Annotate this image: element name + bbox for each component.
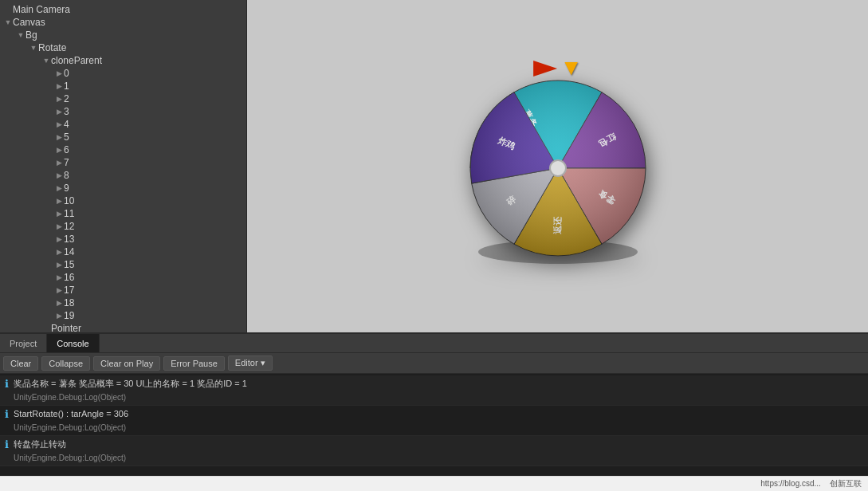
hierarchy-item-label: 12 (64, 221, 74, 232)
hierarchy-item-label: 19 (64, 310, 74, 321)
tree-arrow-icon: ▶ (54, 210, 64, 218)
hierarchy-item-label: 14 (64, 246, 74, 257)
tree-arrow-icon: ▶ (54, 299, 64, 307)
hierarchy-item-item-13[interactable]: ▶13 (0, 233, 246, 246)
tree-arrow-icon: ▶ (54, 120, 64, 128)
tab-project[interactable]: Project (0, 334, 47, 352)
collapse-button[interactable]: Collapse (41, 356, 90, 371)
info-icon: ℹ (5, 378, 9, 390)
tree-arrow-icon: ▶ (54, 108, 64, 116)
info-icon: ℹ (5, 438, 9, 450)
tree-arrow-icon: ▶ (54, 235, 64, 243)
hierarchy-item-item-5[interactable]: ▶5 (0, 131, 246, 143)
hierarchy-item-label: Bg (26, 29, 37, 41)
hierarchy-item-label: 9 (64, 183, 69, 194)
hierarchy-item-label: 15 (64, 259, 74, 270)
main-area: Main Camera▼Canvas▼Bg▼Rotate▼cloneParent… (0, 0, 868, 332)
hierarchy-list: Main Camera▼Canvas▼Bg▼Rotate▼cloneParent… (0, 3, 246, 332)
clear-on-play-button[interactable]: Clear on Play (93, 356, 160, 371)
hierarchy-item-cloneparent[interactable]: ▼cloneParent (0, 54, 246, 67)
tree-arrow-icon: ▼ (3, 18, 13, 26)
hierarchy-item-label: Rotate (38, 42, 66, 53)
hierarchy-item-canvas[interactable]: ▼Canvas (0, 16, 246, 29)
hierarchy-item-label: 2 (64, 93, 69, 104)
hierarchy-item-item-9[interactable]: ▶9 (0, 182, 246, 194)
tree-arrow-icon: ▶ (54, 312, 64, 320)
tree-arrow-icon: ▶ (54, 95, 64, 103)
hierarchy-item-label: 13 (64, 234, 74, 245)
hierarchy-item-item-17[interactable]: ▶17 (0, 284, 246, 297)
hierarchy-item-item-12[interactable]: ▶12 (0, 220, 246, 233)
editor-button[interactable]: Editor ▾ (228, 355, 273, 371)
console-text: 奖品名称 = 薯条 奖品概率 = 30 UI上的名称 = 1 奖品的ID = 1… (14, 377, 247, 403)
hierarchy-item-item-18[interactable]: ▶18 (0, 297, 246, 309)
hierarchy-item-item-7[interactable]: ▶7 (0, 156, 246, 169)
hierarchy-item-rotate[interactable]: ▼Rotate (0, 41, 246, 54)
hierarchy-item-label: 3 (64, 106, 69, 117)
bottom-tabs: Project Console (0, 334, 868, 353)
tree-arrow-icon: ▶ (54, 184, 64, 192)
hierarchy-item-item-11[interactable]: ▶11 (0, 207, 246, 220)
hierarchy-item-item-4[interactable]: ▶4 (0, 118, 246, 131)
console-line[interactable]: ℹ奖品名称 = 薯条 奖品概率 = 30 UI上的名称 = 1 奖品的ID = … (0, 375, 868, 406)
hierarchy-item-label: 6 (64, 144, 69, 155)
hierarchy-item-item-1[interactable]: ▶1 (0, 80, 246, 92)
hierarchy-item-label: Pointer (51, 323, 81, 332)
tree-arrow-icon: ▶ (54, 261, 64, 269)
hierarchy-item-label: cloneParent (51, 55, 102, 66)
hierarchy-item-item-15[interactable]: ▶15 (0, 258, 246, 271)
console-line[interactable]: ℹStartRotate() : tarAngle = 306UnityEngi… (0, 406, 868, 436)
hierarchy-item-label: 17 (64, 285, 74, 296)
tree-arrow-icon: ▶ (54, 286, 64, 294)
console-text: StartRotate() : tarAngle = 306UnityEngin… (14, 407, 128, 434)
tree-arrow-icon: ▶ (54, 82, 64, 90)
spinner-container: ▼ 薯条红包零食返还碎炸鸡 (452, 49, 663, 284)
tree-arrow-icon: ▶ (54, 69, 64, 77)
hierarchy-item-bg[interactable]: ▼Bg (0, 29, 246, 41)
tree-arrow-icon: ▼ (29, 44, 38, 52)
tree-arrow-icon: ▶ (54, 133, 64, 141)
tree-arrow-icon: ▼ (41, 57, 51, 65)
console-content: ℹ奖品名称 = 薯条 奖品概率 = 30 UI上的名称 = 1 奖品的ID = … (0, 374, 868, 476)
hierarchy-item-label: 5 (64, 132, 69, 143)
hierarchy-item-pointer[interactable]: Pointer (0, 322, 246, 332)
hierarchy-item-item-19[interactable]: ▶19 (0, 309, 246, 322)
right-area: ▼ 薯条红包零食返还碎炸鸡 (247, 0, 868, 332)
tree-arrow-icon: ▶ (54, 197, 64, 205)
hierarchy-item-label: 4 (64, 119, 69, 130)
hierarchy-item-item-14[interactable]: ▶14 (0, 246, 246, 258)
error-pause-button[interactable]: Error Pause (163, 356, 225, 371)
hierarchy-item-label: 7 (64, 157, 69, 168)
hierarchy-item-item-2[interactable]: ▶2 (0, 92, 246, 105)
hierarchy-item-item-16[interactable]: ▶16 (0, 271, 246, 284)
tree-arrow-icon: ▶ (54, 146, 64, 154)
hierarchy-item-label: 11 (64, 208, 74, 219)
hierarchy-item-label: 1 (64, 81, 69, 92)
tab-console[interactable]: Console (47, 334, 99, 352)
svg-point-2 (550, 160, 566, 176)
wheel-wrapper: 薯条红包零食返还碎炸鸡 (462, 73, 654, 264)
hierarchy-item-label: 10 (64, 195, 74, 206)
game-view-content: ▼ 薯条红包零食返还碎炸鸡 (247, 0, 868, 332)
hierarchy-item-item-3[interactable]: ▶3 (0, 105, 246, 118)
info-icon: ℹ (5, 408, 9, 420)
hierarchy-item-main-camera[interactable]: Main Camera (0, 3, 246, 16)
watermark-logo-text: 创新互联 (830, 479, 862, 488)
hierarchy-item-item-10[interactable]: ▶10 (0, 194, 246, 207)
console-line[interactable]: ℹ转盘停止转动UnityEngine.Debug:Log(Object) (0, 436, 868, 466)
tree-arrow-icon: ▶ (54, 171, 64, 179)
tree-arrow-icon: ▶ (54, 273, 64, 281)
tree-arrow-icon: ▶ (54, 222, 64, 230)
tree-arrow-icon: ▼ (16, 31, 26, 39)
hierarchy-item-item-0[interactable]: ▶0 (0, 67, 246, 80)
console-text: 转盘停止转动UnityEngine.Debug:Log(Object) (14, 438, 126, 464)
clear-button[interactable]: Clear (3, 356, 38, 371)
tree-arrow-icon: ▶ (54, 159, 64, 167)
hierarchy-item-item-8[interactable]: ▶8 (0, 169, 246, 182)
wheel-svg: 薯条红包零食返还碎炸鸡 (462, 73, 654, 264)
hierarchy-item-item-6[interactable]: ▶6 (0, 143, 246, 156)
wheel-segment-label: 返还 (552, 216, 561, 234)
hierarchy-panel: Main Camera▼Canvas▼Bg▼Rotate▼cloneParent… (0, 0, 247, 332)
hierarchy-item-label: Main Camera (13, 4, 70, 15)
hierarchy-item-label: 8 (64, 170, 69, 181)
